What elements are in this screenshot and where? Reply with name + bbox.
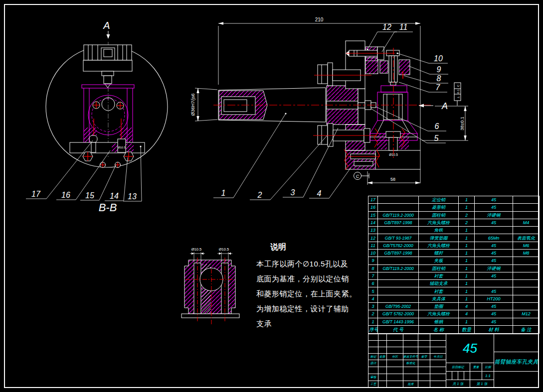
bom-cell-code — [378, 280, 419, 287]
tb-label-date: 年月日 — [430, 353, 446, 360]
bom-cell-no: 1 — [368, 318, 378, 326]
bom-row: 13 角铁 1 — [368, 227, 540, 234]
tb-label-approve: 批准 — [403, 381, 418, 388]
section-arrow-down — [107, 34, 110, 39]
bom-cell-rem — [513, 295, 540, 302]
detail-dim-right-text: Ø10.5 — [219, 247, 229, 252]
pin-dia-label: Ø10.5 — [118, 146, 126, 149]
tb-bottom-right-cell — [494, 371, 539, 388]
section-label-a-top: A — [103, 20, 110, 31]
callout-10: 10 — [434, 54, 443, 63]
bom-cell-qty: 1 — [459, 318, 475, 326]
bom-cell-mat: 淬硬钢 — [475, 264, 513, 272]
bom-cell-name: 衬套 — [419, 272, 459, 279]
bom-cell-name: 夹具体 — [419, 295, 459, 302]
bom-header-name: 名 称 — [419, 326, 459, 334]
gdt-datum: C — [457, 84, 460, 87]
datum-c-text: C — [356, 174, 360, 179]
view-label-bb: B-B — [99, 201, 117, 214]
bom-cell-qty: 4 — [459, 302, 475, 310]
note-lines: 本工序以两个∅10.5孔以及底面为基准，分别以定位销和菱形销定位，在上面夹紧。为… — [256, 257, 368, 331]
bom-cell-qty: 1 — [459, 264, 475, 272]
bom-cell-qty: 1 — [459, 204, 475, 211]
bom-cell-code — [378, 257, 419, 264]
bom-cell-no: 9 — [368, 257, 378, 264]
title-block: 标记 处数 分区 更改文件号 签字 年月日 设计 标准化 审核 工艺 批准 45… — [368, 334, 539, 388]
callout-2: 2 — [257, 191, 262, 199]
bom-row: 10 GB/T897-1998 螺杆 1 45 M8 — [368, 249, 540, 257]
bom-cell-name: 六角头螺栓 — [419, 310, 459, 318]
callout-9: 9 — [437, 65, 441, 74]
bom-cell-name: 定位销 — [419, 196, 459, 204]
bom-cell-code: GB/T95-2002 — [378, 302, 419, 310]
bom-cell-code: GB/T5782-2000 — [378, 242, 419, 249]
bom-cell-name: 圆柱销 — [419, 211, 459, 219]
bom-row: 5 衬套 1 45 — [368, 287, 540, 295]
bom-cell-qty: 2 — [459, 211, 475, 219]
gdt-symbol: ⊥ — [457, 96, 460, 99]
bom-cell-mat: 45 — [475, 310, 513, 318]
bom-cell-code: GB/T119.2-2000 — [378, 264, 419, 272]
note-line: 和菱形销定位，在上面夹紧。 — [256, 286, 368, 301]
bom-cell-name: 衬套 — [419, 287, 459, 295]
bom-table: 17 定位销 1 45 16 菱形销 1 45 15 GB/T119.2-200… — [368, 196, 540, 334]
bom-row: 7 衬套 1 45 — [368, 272, 540, 279]
bom-cell-code: GB/T897-1998 — [378, 249, 419, 257]
bom-cell-name: 锥柄 — [419, 318, 459, 326]
bom-cell-rem: M6 — [513, 242, 540, 249]
bom-row: 16 菱形销 1 45 — [368, 204, 540, 211]
bom-cell-no: 7 — [368, 272, 378, 279]
bom-cell-rem — [513, 272, 540, 279]
detail-dim-left-text: Ø10.5 — [191, 247, 201, 252]
bom-cell-qty: 1 — [459, 295, 475, 302]
tb-sheet-no: 第 1 张 — [470, 380, 494, 388]
dim-base-text: 58 — [390, 177, 395, 182]
bom-row: 8 GB/T119.2-2000 圆柱销 1 淬硬钢 — [368, 264, 540, 272]
tb-unit-cell — [494, 334, 539, 352]
bom-cell-mat: 45 — [475, 249, 513, 257]
bom-header-qty: 数量 — [459, 326, 475, 334]
bom-cell-no: 8 — [368, 264, 378, 272]
bom-cell-code: GB/T 5782-2000 — [378, 310, 419, 318]
bom-row: 9 夹板 1 45 — [368, 257, 540, 264]
bom-cell-rem — [513, 264, 540, 272]
bom-cell-rem: M4 — [513, 219, 540, 226]
bom-cell-qty: 4 — [459, 310, 475, 318]
bom-cell-no: 12 — [368, 234, 378, 242]
tb-label-docno: 更改文件号 — [403, 353, 418, 360]
bom-cell-rem — [513, 302, 540, 310]
bom-cell-mat: 45 — [475, 272, 513, 279]
bom-header-rem: 备 注 — [513, 326, 540, 334]
tb-label-weight: 重量 — [470, 363, 482, 372]
bom-cell-name: 弹簧垫圈 — [419, 234, 459, 242]
tb-drawing-title: 摇臂轴座车孔夹具 — [494, 352, 539, 372]
note-line: 为增加稳定性，设计了辅助 — [256, 301, 368, 316]
bom-cell-no: 16 — [368, 204, 378, 211]
bom-cell-mat: 45 — [475, 287, 513, 295]
bom-cell-rem — [513, 318, 540, 326]
gdt-value: 0.1 — [457, 89, 460, 94]
bom-cell-qty: 1 — [459, 249, 475, 257]
bom-cell-qty: 1 — [459, 234, 475, 242]
tb-label-mark: 标记 — [368, 353, 378, 360]
bom-row: 1 GB/T 1443-1996 锥柄 1 45 — [368, 318, 540, 326]
tb-label-standard: 标准化 — [403, 360, 418, 367]
bom-cell-mat: 45 — [475, 302, 513, 310]
bom-cell-name: 辅助支承 — [419, 280, 459, 287]
bom-row: 11 GB/T5782-2000 六角头螺栓 1 45 M6 — [368, 242, 540, 249]
bom-cell-qty: 1 — [459, 272, 475, 279]
bom-cell-qty: 1 — [459, 242, 475, 249]
bom-row: 2 GB/T 5782-2000 六角头螺栓 4 45 M12 — [368, 310, 540, 318]
bom-header-code: 代 号 — [378, 326, 419, 334]
bom-cell-name: 菱形销 — [419, 204, 459, 211]
bom-cell-qty: 1 — [459, 280, 475, 287]
tb-label-sign: 签字 — [418, 353, 430, 360]
bom-cell-mat: 45 — [475, 204, 513, 211]
dim-height-text: 38±0.1 — [460, 117, 465, 130]
callout-8: 8 — [437, 74, 441, 83]
bom-cell-no: 6 — [368, 280, 378, 287]
bom-cell-mat: 65Mn — [475, 234, 513, 242]
bom-cell-qty: 2 — [459, 219, 475, 226]
bom-cell-code: GB/T 93-1987 — [378, 234, 419, 242]
locating-pin — [89, 135, 97, 142]
